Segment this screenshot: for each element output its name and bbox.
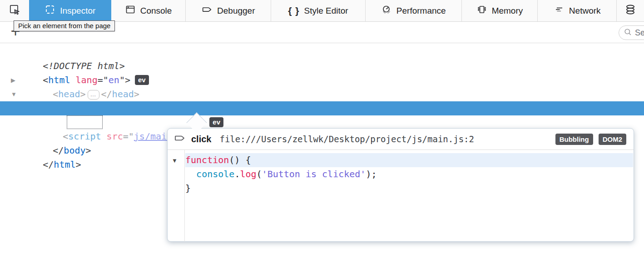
devtools-tabbar: Inspector Console Debugger { } Style E bbox=[0, 0, 644, 22]
tab-label: Network bbox=[569, 6, 601, 16]
search-box[interactable] bbox=[619, 25, 644, 40]
tab-console[interactable]: Console bbox=[111, 0, 186, 21]
code-line: } bbox=[185, 181, 633, 195]
node-html-open[interactable]: <html lang="en">ev bbox=[0, 59, 644, 73]
tab-label: Style Editor bbox=[304, 6, 348, 16]
inspector-icon bbox=[45, 4, 55, 17]
tab-inspector[interactable]: Inspector bbox=[29, 0, 111, 21]
tab-label: Console bbox=[140, 6, 172, 16]
event-source-link[interactable]: file:///Users/zellwk/Desktop/project/js/… bbox=[219, 134, 550, 144]
node-head-collapsed[interactable]: ▶<head>…</head> bbox=[0, 73, 644, 87]
tab-storage[interactable] bbox=[617, 0, 644, 21]
tab-performance[interactable]: Performance bbox=[366, 0, 462, 21]
event-tag-icon bbox=[174, 132, 186, 146]
event-listener-popup: click file:///Users/zellwk/Desktop/proje… bbox=[167, 128, 634, 242]
tab-network[interactable]: Network bbox=[538, 0, 617, 21]
event-type-label: click bbox=[191, 134, 211, 144]
node-script[interactable]: <script src="js/main.js"></script> bbox=[0, 115, 644, 129]
tab-style-editor[interactable]: { } Style Editor bbox=[271, 0, 366, 21]
node-body-open[interactable]: ▼<body> bbox=[0, 87, 644, 101]
expand-arrow-icon[interactable]: ▶ bbox=[11, 73, 20, 87]
tab-memory[interactable]: Memory bbox=[462, 0, 538, 21]
bubbling-badge: Bubbling bbox=[555, 134, 593, 145]
console-icon bbox=[125, 4, 136, 17]
search-input[interactable] bbox=[635, 28, 644, 38]
event-popup-body: ▼ function() { console.log('Button is cl… bbox=[168, 150, 634, 242]
picker-tooltip: Pick an element from the page bbox=[14, 20, 115, 31]
code-collapse-arrow-icon[interactable]: ▼ bbox=[172, 157, 178, 164]
node-doctype[interactable]: <!DOCTYPE html> bbox=[0, 45, 644, 59]
memory-icon bbox=[476, 4, 487, 17]
picker-icon bbox=[9, 4, 20, 18]
network-icon bbox=[554, 4, 565, 17]
code-line: console.log('Button is clicked'); bbox=[185, 167, 633, 181]
search-icon bbox=[624, 28, 632, 38]
dom2-badge: DOM2 bbox=[599, 134, 626, 145]
performance-icon bbox=[381, 4, 392, 17]
node-button-selected[interactable]: <button>Click me!</button>ev bbox=[0, 101, 644, 115]
code-gutter: ▼ bbox=[168, 150, 185, 242]
tab-label: Debugger bbox=[217, 6, 255, 16]
event-popup-header: click file:///Users/zellwk/Desktop/proje… bbox=[168, 129, 634, 150]
code-line: function() { bbox=[185, 153, 633, 167]
tab-label: Memory bbox=[492, 6, 523, 16]
listener-code: function() { console.log('Button is clic… bbox=[185, 150, 633, 195]
style-editor-icon: { } bbox=[288, 5, 299, 16]
element-picker-button[interactable] bbox=[0, 0, 29, 21]
storage-icon bbox=[624, 4, 636, 18]
tab-debugger[interactable]: Debugger bbox=[186, 0, 271, 21]
devtools-window: Inspector Console Debugger { } Style E bbox=[0, 0, 644, 254]
tab-label: Performance bbox=[396, 6, 446, 16]
tab-label: Inspector bbox=[60, 6, 95, 16]
collapse-arrow-icon[interactable]: ▼ bbox=[11, 87, 20, 101]
debugger-icon bbox=[202, 4, 213, 17]
